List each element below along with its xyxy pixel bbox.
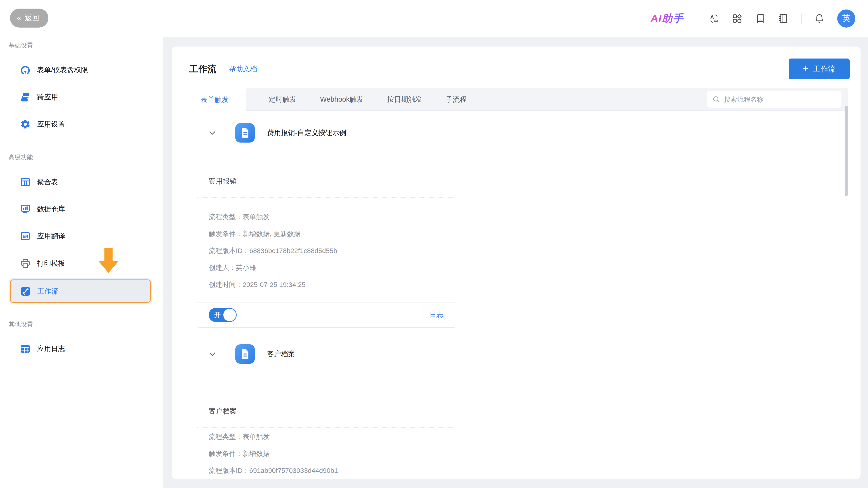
- workflow-card-body: 流程类型：表单触发 触发条件：新增数据 流程版本ID：691ab90f75703…: [196, 428, 457, 477]
- search-box: [707, 91, 842, 108]
- field-trigger-condition: 触发条件：新增数据: [209, 445, 448, 462]
- sidebar-item-workflow[interactable]: 工作流: [10, 280, 151, 303]
- gauge-permission-icon: [20, 65, 31, 75]
- sidebar: « 返回 基础设置 表单/仪表盘权限 跨应用 应用设置 高级功能 聚合表 数据仓…: [0, 0, 163, 488]
- sidebar-item-data-warehouse[interactable]: 数据仓库: [0, 198, 163, 220]
- add-workflow-button-label: 工作流: [813, 64, 835, 74]
- workflow-group-header-customer[interactable]: 客户档案: [183, 338, 848, 370]
- field-process-type: 流程类型：表单触发: [209, 428, 448, 445]
- sidebar-item-aggregate-table[interactable]: 聚合表: [0, 171, 163, 193]
- group-title: 客户档案: [267, 349, 295, 359]
- workflow-enable-toggle[interactable]: 开: [209, 308, 237, 322]
- vertical-scrollbar-thumb[interactable]: [845, 106, 848, 196]
- translate-en-icon: EN: [20, 231, 31, 241]
- chevron-down-icon[interactable]: [207, 349, 217, 359]
- topbar: AI助手 A 中: [163, 0, 868, 37]
- workflow-icon: [20, 286, 31, 297]
- app-log-icon: [20, 344, 31, 354]
- tab-date-trigger[interactable]: 按日期触发: [375, 88, 434, 110]
- group-title: 费用报销-自定义按钮示例: [267, 128, 346, 138]
- workflow-card-expense: 费用报销 流程类型：表单触发 触发条件：新增数据, 更新数据 流程版本ID：68…: [196, 165, 457, 328]
- log-link[interactable]: 日志: [430, 310, 443, 320]
- aggregate-table-icon: [20, 177, 31, 188]
- toggle-state-label: 开: [214, 311, 221, 320]
- svg-text:A: A: [710, 14, 714, 20]
- field-trigger-condition: 触发条件：新增数据, 更新数据: [209, 225, 448, 242]
- gear-icon: [20, 119, 31, 130]
- sidebar-item-label: 表单/仪表盘权限: [37, 65, 88, 75]
- sidebar-item-label: 数据仓库: [37, 204, 65, 214]
- sidebar-item-label: 聚合表: [37, 177, 58, 187]
- sidebar-item-label: 应用设置: [37, 120, 65, 129]
- topbar-divider: [801, 13, 802, 24]
- search-input[interactable]: [724, 96, 837, 103]
- sidebar-item-label: 应用翻译: [37, 231, 65, 241]
- printer-icon: [20, 258, 31, 269]
- page-title: 工作流: [189, 63, 216, 75]
- svg-text:中: 中: [714, 19, 718, 24]
- back-button-label: 返回: [25, 13, 39, 23]
- help-docs-link[interactable]: 帮助文档: [229, 64, 257, 74]
- sidebar-item-label: 跨应用: [37, 92, 58, 102]
- sidebar-item-print-template[interactable]: 打印模板: [0, 252, 163, 275]
- workflow-group-header-expense[interactable]: 费用报销-自定义按钮示例: [183, 111, 848, 155]
- field-created-time: 创建时间：2025-07-25 19:34:25: [209, 276, 448, 293]
- workflow-card-footer: 开 日志: [196, 302, 457, 327]
- apps-grid-icon[interactable]: [732, 13, 742, 24]
- sidebar-item-label: 工作流: [37, 287, 58, 296]
- sidebar-section-basic-settings: 基础设置: [8, 41, 33, 50]
- toggle-knob: [223, 308, 236, 321]
- workflow-card-customer: 客户档案 流程类型：表单触发 触发条件：新增数据 流程版本ID：691ab90f…: [196, 395, 457, 477]
- sidebar-item-app-log[interactable]: 应用日志: [0, 337, 163, 360]
- field-process-type: 流程类型：表单触发: [209, 208, 448, 225]
- attention-arrow-icon: [98, 248, 119, 273]
- user-avatar[interactable]: 英: [837, 9, 855, 28]
- workflow-card-title: 费用报销: [196, 165, 457, 198]
- sidebar-item-app-translation[interactable]: EN 应用翻译: [0, 225, 163, 248]
- add-workflow-button[interactable]: + 工作流: [789, 59, 850, 79]
- workflow-tab-container: 表单触发 定时触发 Webhook触发 按日期触发 子流程 费用报销-自定义按钮…: [183, 88, 848, 477]
- translate-icon[interactable]: A 中: [709, 13, 719, 24]
- workflow-card-title: 客户档案: [196, 395, 457, 428]
- bell-icon[interactable]: [814, 13, 825, 24]
- workflow-panel: 工作流 帮助文档 + 工作流 表单触发 定时触发 Webhook触发 按日期触发…: [172, 46, 861, 479]
- field-creator: 创建人：英小雄: [209, 259, 448, 276]
- tab-form-trigger[interactable]: 表单触发: [183, 88, 246, 111]
- tab-strip: 表单触发 定时触发 Webhook触发 按日期触发 子流程: [183, 88, 848, 111]
- tab-subprocess[interactable]: 子流程: [434, 88, 478, 110]
- tab-schedule-trigger[interactable]: 定时触发: [257, 88, 308, 110]
- field-version-id: 流程版本ID：68836bc178b22f1c88d5d55b: [209, 242, 448, 259]
- cross-app-icon: [20, 92, 31, 103]
- sidebar-item-cross-app[interactable]: 跨应用: [0, 86, 163, 108]
- book-icon[interactable]: [755, 13, 765, 24]
- form-doc-icon: [235, 344, 255, 364]
- ai-assistant-logo[interactable]: AI助手: [651, 11, 684, 26]
- back-chevrons-icon: «: [17, 14, 21, 22]
- form-doc-icon: [235, 123, 255, 142]
- back-button[interactable]: « 返回: [10, 8, 49, 28]
- sidebar-item-label: 应用日志: [37, 344, 65, 354]
- sidebar-item-label: 打印模板: [37, 259, 65, 268]
- plus-icon: +: [803, 64, 809, 73]
- tab-webhook-trigger[interactable]: Webhook触发: [308, 88, 375, 110]
- data-warehouse-icon: [20, 203, 31, 215]
- workflow-card-body: 流程类型：表单触发 触发条件：新增数据, 更新数据 流程版本ID：68836bc…: [196, 198, 457, 293]
- field-version-id: 流程版本ID：691ab90f75703033d44d90b1: [209, 462, 448, 477]
- panel-title-row: 工作流 帮助文档 + 工作流: [189, 58, 850, 79]
- sidebar-section-advanced-features: 高级功能: [8, 153, 33, 161]
- search-icon: [712, 95, 720, 103]
- sidebar-item-app-settings[interactable]: 应用设置: [0, 113, 163, 135]
- svg-text:EN: EN: [23, 234, 28, 238]
- sidebar-item-form-dashboard-permission[interactable]: 表单/仪表盘权限: [0, 59, 163, 81]
- notebook-icon[interactable]: [778, 13, 788, 24]
- chevron-down-icon[interactable]: [207, 128, 217, 138]
- sidebar-section-other-settings: 其他设置: [8, 320, 33, 328]
